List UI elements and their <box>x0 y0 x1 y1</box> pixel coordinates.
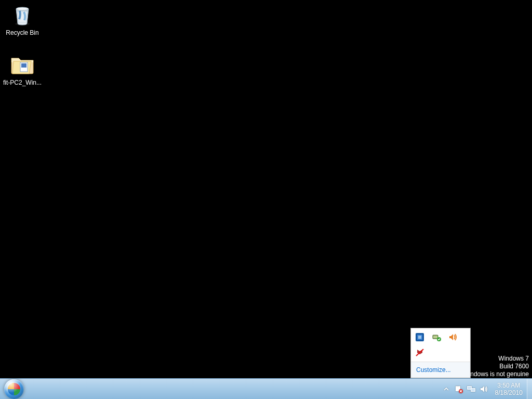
clock-date: 8/18/2010 <box>495 389 523 396</box>
start-button[interactable] <box>0 379 28 400</box>
desktop-icons: Recycle Bin fit-PC2_Win... <box>2 2 49 102</box>
taskbar-clock[interactable]: 3:50 AM 8/18/2010 <box>491 382 527 396</box>
svg-rect-8 <box>433 336 437 338</box>
tray-popup-footer: Customize... <box>411 362 470 378</box>
clock-time: 3:50 AM <box>497 382 520 389</box>
svg-rect-15 <box>468 387 471 389</box>
desktop-icon-label: fit-PC2_Win... <box>3 79 42 86</box>
network-icon[interactable] <box>466 384 476 394</box>
tray-overflow-button[interactable] <box>441 384 451 394</box>
desktop-icon-label: Recycle Bin <box>6 29 38 36</box>
tray-popup-icon-grid <box>411 328 470 362</box>
recycle-bin-icon <box>10 2 35 27</box>
windows-orb-icon <box>4 379 24 399</box>
folder-icon <box>10 52 35 77</box>
svg-rect-3 <box>21 63 26 68</box>
desktop-icon-folder[interactable]: fit-PC2_Win... <box>2 52 43 86</box>
taskbar: 3:50 AM 8/18/2010 <box>0 378 532 399</box>
show-desktop-button[interactable] <box>527 379 532 400</box>
tray-item-safely-remove-icon[interactable] <box>432 332 441 342</box>
tray-item-audio-icon[interactable] <box>448 332 458 342</box>
action-center-icon[interactable] <box>454 384 464 394</box>
desktop-icon-recycle-bin[interactable]: Recycle Bin <box>2 2 43 36</box>
volume-icon[interactable] <box>478 384 489 394</box>
svg-rect-6 <box>418 336 421 339</box>
svg-point-1 <box>16 7 29 10</box>
system-tray <box>439 379 491 399</box>
svg-rect-17 <box>471 389 475 391</box>
tray-item-intel-graphics-icon[interactable] <box>415 332 424 342</box>
customize-link[interactable]: Customize... <box>416 366 451 374</box>
tray-item-disabled-icon[interactable] <box>415 348 424 357</box>
tray-overflow-popup: Customize... <box>410 328 471 378</box>
desktop[interactable]: Recycle Bin fit-PC2_Win... Windows 7 Bui… <box>0 0 532 399</box>
